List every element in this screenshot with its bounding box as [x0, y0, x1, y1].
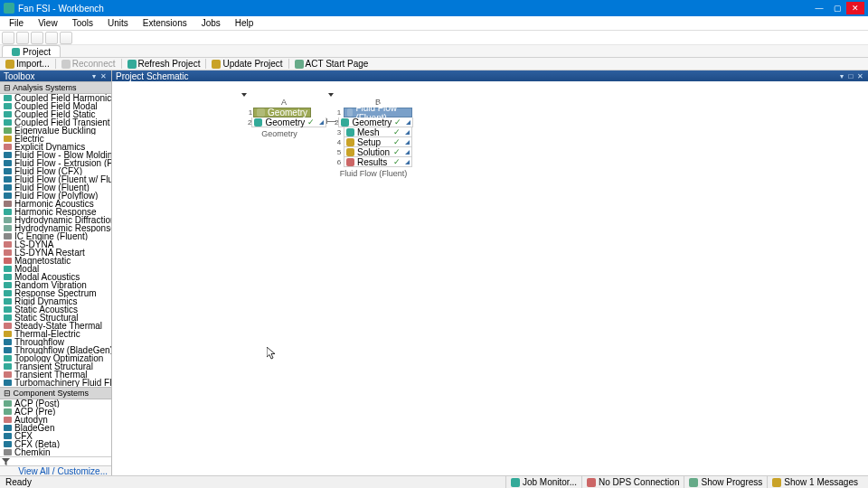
toolbox-item[interactable]: Modal: [0, 265, 111, 273]
toolbox-item[interactable]: Coupled Field Harmonic: [0, 94, 111, 102]
toolbox-item[interactable]: Electric: [0, 135, 111, 143]
minimize-button[interactable]: —: [810, 2, 828, 14]
toolbox-item[interactable]: Response Spectrum: [0, 289, 111, 297]
toolbox-item[interactable]: Fluid Flow (Fluent): [0, 183, 111, 192]
toolbox-item[interactable]: Autodyn: [0, 416, 111, 424]
update-project-button[interactable]: Update Project: [208, 58, 286, 70]
act-start-page-button[interactable]: ACT Start Page: [291, 58, 373, 70]
open-icon[interactable]: [16, 32, 29, 44]
toolbox-item[interactable]: Random Vibration: [0, 281, 111, 289]
schematic-system[interactable]: A1Geometry2Geometry✓Geometry: [248, 98, 311, 138]
toolbox-item[interactable]: CFX: [0, 432, 111, 440]
toolbox-item[interactable]: Fluid Flow (CFX): [0, 167, 111, 175]
panel-dropdown-icon[interactable]: ▾: [837, 72, 846, 80]
filter-icon[interactable]: [2, 458, 10, 465]
toolbox-item[interactable]: Explicit Dynamics: [0, 143, 111, 151]
system-cell-row[interactable]: 5Solution✓: [335, 147, 412, 157]
toolbox-item[interactable]: Turbomachinery Fluid Flow: [0, 379, 111, 387]
system-dropdown-handle[interactable]: [241, 91, 248, 99]
tab-project[interactable]: Project: [2, 45, 61, 57]
system-dropdown-handle[interactable]: [327, 91, 335, 99]
toolbox-item[interactable]: Harmonic Acoustics: [0, 200, 111, 208]
toolbox-group-header[interactable]: ⊟ Component Systems: [0, 387, 111, 399]
system-cell-row[interactable]: 3Mesh✓: [335, 127, 412, 137]
panel-pin-icon[interactable]: □: [846, 72, 855, 80]
system-caption[interactable]: Geometry: [248, 127, 311, 138]
toolbox-item-label: CFX: [14, 432, 33, 440]
maximize-button[interactable]: ▢: [828, 2, 846, 14]
toolbox-item[interactable]: Modal Acoustics: [0, 273, 111, 281]
show-messages-button[interactable]: Show 1 Messages: [767, 476, 863, 489]
toolbox-item[interactable]: Throughflow (BladeGen): [0, 346, 111, 354]
save-icon[interactable]: [31, 32, 43, 44]
toolbox-item[interactable]: Coupled Field Modal: [0, 102, 111, 110]
dps-connection-status[interactable]: No DPS Connection: [581, 476, 684, 489]
menu-view[interactable]: View: [31, 17, 65, 29]
toolbox-item[interactable]: LS-DYNA Restart: [0, 249, 111, 257]
toolbox-item-label: Turbomachinery Fluid Flow: [14, 379, 111, 387]
toolbox-item[interactable]: IC Engine (Fluent): [0, 232, 111, 240]
menu-jobs[interactable]: Jobs: [194, 17, 228, 29]
import-icon: [5, 60, 14, 69]
system-cell-row[interactable]: 2Geometry✓: [248, 117, 311, 127]
toolbox-item[interactable]: CFX (Beta): [0, 440, 111, 448]
close-button[interactable]: ✕: [846, 2, 864, 14]
toolbox-customize-link[interactable]: View All / Customize...: [0, 465, 111, 475]
toolbox-item[interactable]: Hydrodynamic Diffraction: [0, 216, 111, 224]
panel-dropdown-icon[interactable]: ▾: [90, 72, 99, 80]
panel-close-icon[interactable]: ✕: [855, 72, 864, 80]
toolbox-item[interactable]: Fluid Flow - Extrusion (Polyflow): [0, 159, 111, 167]
schematic-system[interactable]: B1Fluid Flow (Fluent)2Geometry✓3Mesh✓4Se…: [335, 98, 412, 178]
toolbox-item[interactable]: Coupled Field Static: [0, 110, 111, 118]
toolbox-item[interactable]: Topology Optimization: [0, 354, 111, 362]
toolbox-item[interactable]: Fluid Flow (Fluent w/ Fluent Meshing) (I: [0, 175, 111, 183]
toolbox-item[interactable]: Static Acoustics: [0, 305, 111, 314]
toolbox-item[interactable]: BladeGen: [0, 424, 111, 432]
toolbox-item-label: Fluid Flow (CFX): [14, 167, 82, 175]
toolbox-item[interactable]: Magnetostatic: [0, 257, 111, 265]
toolbox-group-header[interactable]: ⊟ Analysis Systems: [0, 81, 111, 94]
menu-extensions[interactable]: Extensions: [136, 17, 194, 29]
job-monitor-button[interactable]: Job Monitor...: [505, 476, 581, 489]
toolbox-item[interactable]: Chemkin: [0, 448, 111, 456]
saveas-icon[interactable]: [45, 32, 58, 44]
toolbox-item[interactable]: Transient Thermal: [0, 371, 111, 379]
menu-help[interactable]: Help: [228, 17, 261, 29]
toolbox-item[interactable]: Hydrodynamic Response: [0, 224, 111, 232]
menu-units[interactable]: Units: [100, 17, 136, 29]
schematic-canvas[interactable]: A1Geometry2Geometry✓GeometryB1Fluid Flow…: [112, 81, 868, 475]
system-caption[interactable]: Fluid Flow (Fluent): [335, 167, 412, 178]
menu-tools[interactable]: Tools: [65, 17, 100, 29]
toolbox-item[interactable]: ACP (Pre): [0, 408, 111, 416]
toolbox-item[interactable]: LS-DYNA: [0, 240, 111, 249]
refresh-icon[interactable]: [60, 32, 72, 44]
toolbox-item-icon: [4, 160, 12, 166]
toolbox-item[interactable]: Rigid Dynamics: [0, 297, 111, 305]
system-cell-row[interactable]: 2Geometry✓: [335, 117, 412, 127]
system-cell-row[interactable]: 4Setup✓: [335, 137, 412, 147]
toolbox-item[interactable]: Thermal-Electric: [0, 330, 111, 338]
toolbox-item[interactable]: ACP (Post): [0, 399, 111, 408]
toolbox-item[interactable]: Throughflow: [0, 338, 111, 346]
new-icon[interactable]: [2, 32, 14, 44]
reconnect-button[interactable]: Reconnect: [58, 58, 119, 70]
system-cell-row[interactable]: 6Results✓: [335, 157, 412, 167]
toolbox-item[interactable]: Steady-State Thermal: [0, 322, 111, 330]
toolbox-item[interactable]: Fluid Flow (Polyflow): [0, 192, 111, 200]
toolbox-item-icon: [4, 184, 12, 191]
system-title-cell[interactable]: Fluid Flow (Fluent): [344, 108, 412, 117]
toolbox-item[interactable]: Eigenvalue Buckling: [0, 127, 111, 135]
toolbox-item[interactable]: Transient Structural: [0, 362, 111, 371]
menu-file[interactable]: File: [2, 17, 31, 29]
toolbox-scroll[interactable]: ⊟ Analysis SystemsCoupled Field Harmonic…: [0, 81, 111, 456]
refresh-project-button[interactable]: Refresh Project: [124, 58, 204, 70]
toolbox-item[interactable]: Fluid Flow - Blow Molding (Polyflow): [0, 151, 111, 159]
show-progress-button[interactable]: Show Progress: [684, 476, 767, 489]
toolbox-item[interactable]: Static Structural: [0, 314, 111, 322]
cell-share-indicator: [405, 119, 410, 125]
import-button[interactable]: Import...: [2, 58, 53, 70]
system-title-cell[interactable]: Geometry: [253, 108, 311, 117]
toolbox-item[interactable]: Harmonic Response: [0, 208, 111, 216]
panel-pin-icon[interactable]: ✕: [99, 72, 108, 80]
toolbox-item[interactable]: Coupled Field Transient: [0, 118, 111, 127]
